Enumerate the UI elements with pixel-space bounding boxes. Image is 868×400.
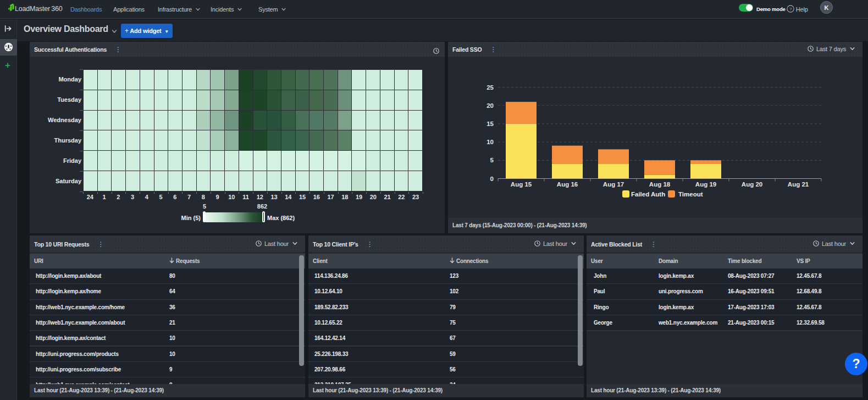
svg-text:Aug 18: Aug 18 [649,181,671,188]
svg-text:15: 15 [486,120,494,127]
svg-text:Aug 17: Aug 17 [603,181,624,188]
svg-text:25: 25 [486,84,494,91]
svg-text:Aug 21: Aug 21 [788,181,809,188]
svg-text:10: 10 [486,139,494,145]
svg-text:5: 5 [490,157,494,163]
svg-text:0: 0 [490,176,494,182]
svg-text:Aug 20: Aug 20 [742,181,762,188]
svg-text:Aug 16: Aug 16 [557,181,578,188]
svg-text:Failed Auth: Failed Auth [631,191,665,198]
svg-text:Timeout: Timeout [678,191,703,198]
svg-text:Aug 15: Aug 15 [511,181,532,188]
svg-text:20: 20 [486,102,494,109]
svg-text:Aug 19: Aug 19 [695,181,716,188]
svg-text:?: ? [789,7,792,12]
